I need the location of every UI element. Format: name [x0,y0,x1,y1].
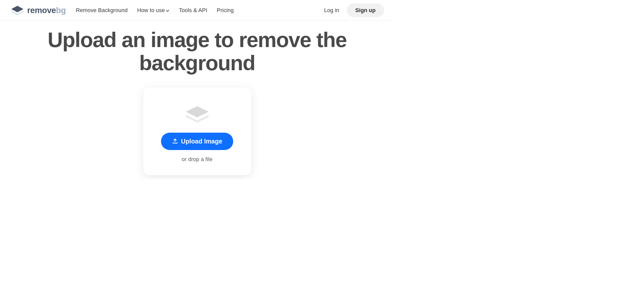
upload-icon [172,138,178,144]
header: removebg Remove Background How to use To… [0,0,394,21]
chevron-down-icon [166,9,169,13]
upload-card[interactable]: Upload Image or drop a file [143,87,251,175]
main-content: Upload an image to remove the background… [0,21,394,175]
logo-text: removebg [27,6,66,15]
nav-remove-background[interactable]: Remove Background [76,7,128,14]
login-button[interactable]: Log in [324,7,339,14]
page-title: Upload an image to remove the background [0,28,394,75]
layers-icon [183,105,211,124]
drop-file-text: or drop a file [182,156,212,163]
nav-pricing[interactable]: Pricing [217,7,234,14]
logo-icon [10,5,25,15]
upload-image-button[interactable]: Upload Image [161,133,233,150]
signup-button[interactable]: Sign up [347,4,384,17]
upload-button-label: Upload Image [181,138,222,145]
auth-section: Log in Sign up [324,4,384,17]
nav-how-to-use[interactable]: How to use [137,7,169,14]
logo[interactable]: removebg [10,5,66,15]
main-nav: Remove Background How to use Tools & API… [76,7,324,14]
nav-tools-api[interactable]: Tools & API [179,7,207,14]
